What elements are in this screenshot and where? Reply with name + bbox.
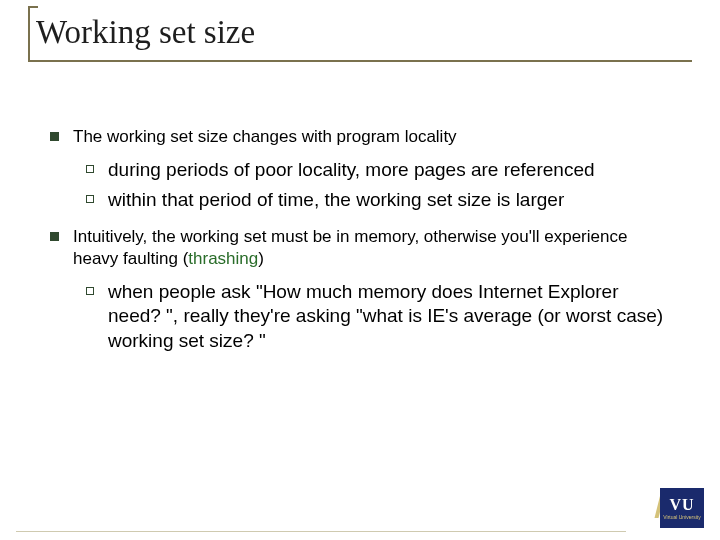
logo-box: VU Virtual University — [660, 488, 704, 528]
slide-content: The working set size changes with progra… — [50, 126, 670, 367]
sub-bullet: when people ask "How much memory does In… — [86, 280, 670, 353]
hollow-square-bullet-icon — [86, 195, 94, 203]
slide: Working set size The working set size ch… — [0, 0, 720, 540]
sub-bullet-text: within that period of time, the working … — [108, 188, 670, 212]
sub-bullet: during periods of poor locality, more pa… — [86, 158, 670, 182]
hollow-square-bullet-icon — [86, 165, 94, 173]
logo-subtext: Virtual University — [663, 514, 700, 520]
bullet-1: The working set size changes with progra… — [50, 126, 670, 212]
square-bullet-icon — [50, 132, 59, 141]
slide-title: Working set size — [28, 12, 255, 51]
square-bullet-icon — [50, 232, 59, 241]
sub-bullet-text: during periods of poor locality, more pa… — [108, 158, 670, 182]
vu-logo: VU Virtual University — [634, 486, 704, 528]
bullet-2: Intuitively, the working set must be in … — [50, 226, 670, 352]
bullet-2-pre: Intuitively, the working set must be in … — [73, 227, 627, 268]
sub-bullet-text: when people ask "How much memory does In… — [108, 280, 670, 353]
bullet-1-sub: during periods of poor locality, more pa… — [86, 158, 670, 213]
sub-bullet: within that period of time, the working … — [86, 188, 670, 212]
bullet-1-text: The working set size changes with progra… — [73, 126, 670, 148]
bullet-2-sub: when people ask "How much memory does In… — [86, 280, 670, 353]
hollow-square-bullet-icon — [86, 287, 94, 295]
thrashing-term: thrashing — [188, 249, 258, 268]
logo-text: VU — [669, 497, 694, 513]
title-wrap: Working set size — [28, 12, 255, 51]
title-underline — [28, 60, 692, 62]
footer-rule — [16, 531, 626, 532]
bullet-2-post: ) — [258, 249, 264, 268]
bullet-2-text: Intuitively, the working set must be in … — [73, 226, 670, 270]
